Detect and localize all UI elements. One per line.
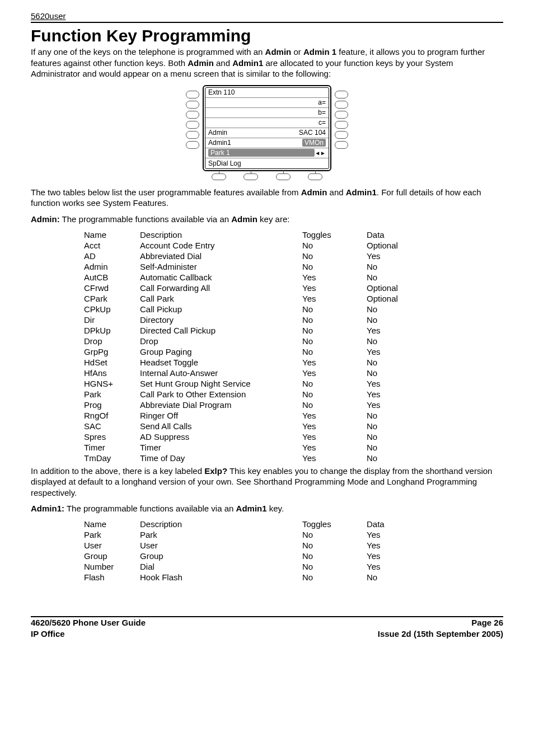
- cell: Self-Administer: [140, 261, 302, 272]
- cell: No: [367, 421, 417, 431]
- cell: Acct: [84, 240, 140, 251]
- lcd-cell: Extn 110: [208, 88, 326, 96]
- cell: No: [302, 572, 367, 583]
- cell: Yes: [302, 453, 367, 463]
- tables-intro: The two tables below list the user progr…: [31, 187, 503, 209]
- table-row: CParkCall ParkYesOptional: [84, 293, 417, 304]
- cell: No: [367, 357, 417, 368]
- cell: Group: [140, 551, 302, 561]
- cell: Yes: [302, 442, 367, 453]
- cell: User: [84, 540, 140, 551]
- table-row: SpresAD SuppressYesNo: [84, 431, 417, 442]
- th-data: Data: [367, 519, 417, 529]
- cell: No: [367, 410, 417, 421]
- admin-table: Name Description Toggles Data AcctAccoun…: [84, 229, 417, 463]
- text: The programmable functions available via…: [64, 504, 236, 513]
- cell: Internal Auto-Answer: [140, 368, 302, 378]
- cell: No: [367, 431, 417, 442]
- side-button: [335, 121, 348, 129]
- bottom-buttons: [203, 171, 331, 180]
- bold: Admin1: [346, 187, 377, 197]
- cell: Dial: [140, 561, 302, 572]
- cell: AD: [84, 251, 140, 261]
- cell: Group: [84, 551, 140, 561]
- bold-admin1: Admin 1: [303, 47, 336, 57]
- cell: No: [302, 561, 367, 572]
- cell: Park: [84, 529, 140, 540]
- cell: No: [367, 261, 417, 272]
- cell: Abbreviated Dial: [140, 251, 302, 261]
- side-button: [335, 141, 348, 149]
- table-row: TimerTimerYesNo: [84, 442, 417, 453]
- cell: Flash: [84, 572, 140, 583]
- footer-guide: 4620/5620 Phone User Guide: [31, 617, 146, 628]
- side-button: [186, 141, 199, 149]
- lcd-cell: Admin1: [208, 139, 302, 147]
- right-side-buttons: [335, 85, 348, 149]
- cell: Yes: [302, 421, 367, 431]
- cell: No: [367, 572, 417, 583]
- admin1-intro: Admin1: The programmable functions avail…: [31, 504, 503, 513]
- admin-intro: Admin: The programmable functions availa…: [31, 214, 503, 224]
- table-row: ParkParkNoYes: [84, 529, 417, 540]
- cell: AD Suppress: [140, 431, 302, 442]
- cell: Set Hunt Group Night Service: [140, 378, 302, 389]
- cell: Yes: [367, 346, 417, 357]
- bottom-button: [212, 173, 226, 180]
- text: and: [214, 58, 232, 68]
- cell: No: [367, 442, 417, 453]
- table-row: CPkUpCall PickupNoNo: [84, 304, 417, 314]
- side-button: [186, 121, 199, 129]
- cell: Yes: [367, 378, 417, 389]
- th-toggles: Toggles: [302, 519, 367, 529]
- cell: No: [367, 314, 417, 325]
- cell: Yes: [302, 283, 367, 293]
- cell: Optional: [367, 283, 417, 293]
- cell: Spres: [84, 431, 140, 442]
- cell: Yes: [302, 357, 367, 368]
- lcd-cell: SAC 104: [299, 129, 326, 137]
- bold-admin: Admin: [265, 47, 292, 57]
- side-button: [335, 101, 348, 109]
- cell: Headset Toggle: [140, 357, 302, 368]
- cell: Abbreviate Dial Program: [140, 400, 302, 410]
- cell: No: [302, 540, 367, 551]
- table-row: GroupGroupNoYes: [84, 551, 417, 561]
- cell: No: [302, 389, 367, 400]
- cell: No: [302, 325, 367, 336]
- lcd-cell-highlight: Park 1: [208, 149, 315, 157]
- cell: Hook Flash: [140, 572, 302, 583]
- cell: Prog: [84, 400, 140, 410]
- text: In addition to the above, there is a key…: [31, 466, 204, 476]
- table-row: DropDropNoNo: [84, 336, 417, 346]
- cell: Dir: [84, 314, 140, 325]
- cell: Admin: [84, 261, 140, 272]
- cell: GrpPg: [84, 346, 140, 357]
- cell: No: [302, 551, 367, 561]
- cell: Call Forwarding All: [140, 283, 302, 293]
- bottom-button: [243, 173, 258, 180]
- footer-page: Page 26: [378, 617, 503, 628]
- cell: No: [302, 529, 367, 540]
- cell: Yes: [367, 551, 417, 561]
- table-row: GrpPgGroup PagingNoYes: [84, 346, 417, 357]
- th-toggles: Toggles: [302, 229, 367, 240]
- cell: CPark: [84, 293, 140, 304]
- bold: Admin: [301, 187, 327, 197]
- cell: Yes: [367, 561, 417, 572]
- lcd-diagram: Extn 110 a= b= c= AdminSAC 104 Admin1VMO…: [31, 85, 503, 180]
- side-button: [335, 91, 348, 98]
- cell: Account Code Entry: [140, 240, 302, 251]
- bold: Admin1:: [31, 504, 64, 513]
- left-side-buttons: [186, 85, 199, 149]
- cell: Yes: [367, 389, 417, 400]
- table-row: TmDayTime of DayYesNo: [84, 453, 417, 463]
- lcd-cell: Admin: [208, 129, 299, 137]
- cell: Group Paging: [140, 346, 302, 357]
- side-button: [186, 101, 199, 109]
- cell: Automatic Callback: [140, 272, 302, 283]
- lcd-cell: c=: [318, 119, 326, 126]
- lcd-cell: a=: [318, 98, 326, 106]
- cell: Timer: [140, 442, 302, 453]
- cell: No: [367, 453, 417, 463]
